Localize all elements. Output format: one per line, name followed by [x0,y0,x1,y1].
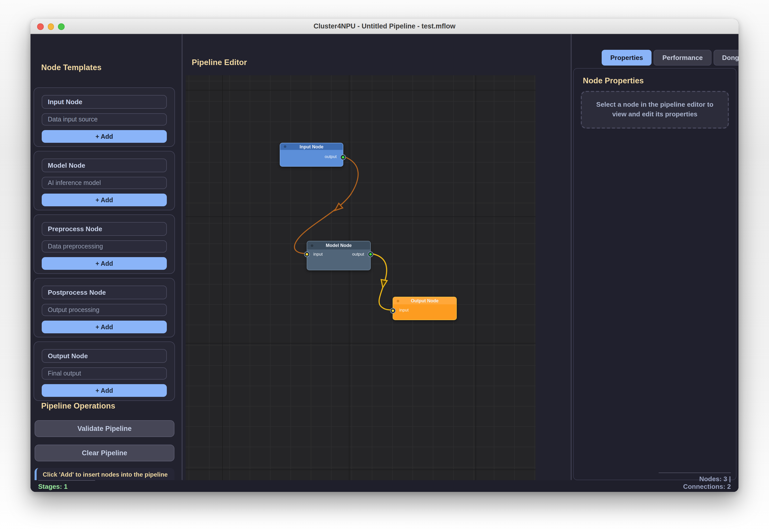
node-status-dot-icon [284,145,286,148]
template-description: Data input source [42,113,167,126]
template-description: AI inference model [42,177,167,189]
node-title: Output Node [411,298,439,303]
desktop: Cluster4NPU - Untitled Pipeline - test.m… [0,0,769,532]
port-label-output: output [325,154,337,159]
template-name: Postprocess Node [42,286,167,299]
node-properties-title: Node Properties [583,76,644,85]
pipeline-canvas[interactable]: Input Node output Model Node input outpu… [185,75,535,490]
app-content: Node Templates Input Node Data input sou… [30,34,739,492]
template-card-postprocess: Postprocess Node Output processing + Add [34,278,175,337]
node-templates-sidebar: Node Templates Input Node Data input sou… [30,34,181,492]
add-output-node-button[interactable]: + Add [42,384,167,397]
node-status-dot-icon [311,244,313,247]
node-title: Model Node [326,243,352,248]
port-label-input: input [399,307,409,312]
no-selection-placeholder: Select a node in the pipeline editor to … [581,91,729,129]
pipeline-editor-title: Pipeline Editor [192,58,247,67]
input-port[interactable] [390,308,396,313]
nodes-connections-status: Nodes: 3 | Connections: 2 [659,473,731,490]
right-panel: Properties Performance Dongles Node Prop… [572,34,739,492]
port-label-output: output [352,252,364,257]
right-panel-tabs: Properties Performance Dongles [602,50,739,66]
template-description: Output processing [42,304,167,316]
maximize-button-icon[interactable] [58,23,64,30]
title-bar[interactable]: Cluster4NPU - Untitled Pipeline - test.m… [30,19,739,34]
stages-status: Stages: 1 [38,480,95,490]
edge-layer [185,75,535,490]
node-properties-panel: Node Properties Select a node in the pip… [573,68,736,480]
status-bar: Stages: 1 Nodes: 3 | Connections: 2 [30,480,739,492]
template-card-output: Output Node Final output + Add [34,341,175,401]
close-button-icon[interactable] [37,23,43,30]
clear-pipeline-button[interactable]: Clear Pipeline [35,445,174,461]
template-card-preprocess: Preprocess Node Data preprocessing + Add [34,214,175,274]
template-description: Data preprocessing [42,240,167,253]
minimize-button-icon[interactable] [48,23,54,30]
output-port[interactable] [368,251,373,257]
app-window: Cluster4NPU - Untitled Pipeline - test.m… [30,19,739,492]
pipeline-editor-panel: Pipeline Editor Input Node output [182,34,570,492]
pipeline-operations-title: Pipeline Operations [41,401,115,411]
input-port[interactable] [304,251,310,257]
edge-arrow-icon [380,279,387,288]
tab-properties[interactable]: Properties [602,50,652,66]
add-preprocess-node-button[interactable]: + Add [42,257,167,270]
no-selection-text: Select a node in the pipeline editor to … [591,100,719,119]
tab-dongles[interactable]: Dongles [714,50,739,66]
canvas-node-output[interactable]: Output Node input [393,297,457,320]
validate-pipeline-button[interactable]: Validate Pipeline [35,420,174,437]
port-label-input: input [313,252,323,257]
canvas-node-model[interactable]: Model Node input output [307,241,371,270]
window-title: Cluster4NPU - Untitled Pipeline - test.m… [314,22,455,30]
node-title: Input Node [300,144,324,149]
template-name: Model Node [42,159,167,172]
canvas-node-input[interactable]: Input Node output [280,143,343,167]
add-postprocess-node-button[interactable]: + Add [42,321,167,333]
template-name: Preprocess Node [42,222,167,236]
template-card-input: Input Node Data input source + Add [34,87,175,147]
template-name: Output Node [42,349,167,363]
template-description: Final output [42,367,167,380]
add-input-node-button[interactable]: + Add [42,130,167,143]
sidebar-title: Node Templates [41,63,101,72]
edge-input-to-model [295,157,358,254]
template-card-model: Model Node AI inference model + Add [34,151,175,210]
tab-performance[interactable]: Performance [654,50,712,66]
add-model-node-button[interactable]: + Add [42,194,167,206]
node-status-dot-icon [397,300,399,302]
template-name: Input Node [42,95,167,109]
output-port[interactable] [340,154,346,160]
